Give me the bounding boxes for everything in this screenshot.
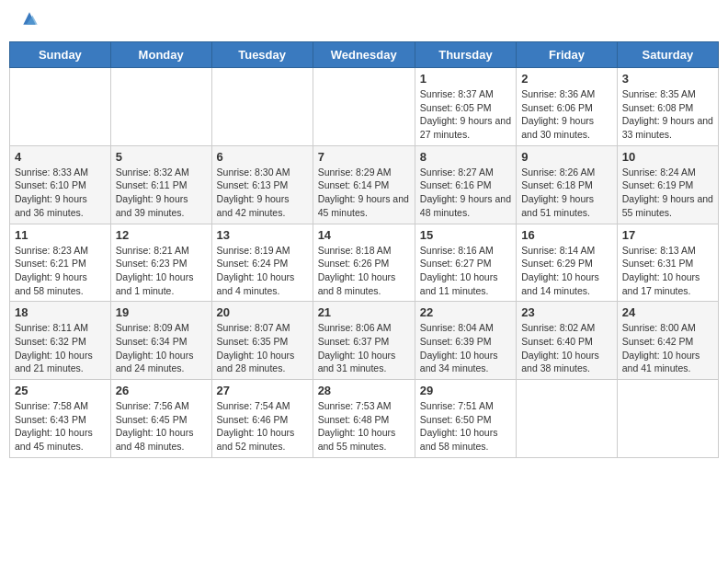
calendar-cell: 21Sunrise: 8:06 AM Sunset: 6:37 PM Dayli… <box>313 302 415 380</box>
weekday-header-thursday: Thursday <box>415 42 516 68</box>
day-number: 21 <box>318 305 410 319</box>
day-number: 23 <box>521 305 612 319</box>
day-info: Sunrise: 8:06 AM Sunset: 6:37 PM Dayligh… <box>318 321 410 375</box>
calendar-cell: 26Sunrise: 7:56 AM Sunset: 6:45 PM Dayli… <box>110 380 211 458</box>
day-number: 15 <box>420 228 511 242</box>
calendar-cell: 10Sunrise: 8:24 AM Sunset: 6:19 PM Dayli… <box>617 145 718 224</box>
calendar-cell: 8Sunrise: 8:27 AM Sunset: 6:16 PM Daylig… <box>415 145 516 224</box>
day-number: 14 <box>318 228 410 242</box>
day-info: Sunrise: 7:58 AM Sunset: 6:43 PM Dayligh… <box>15 399 106 454</box>
day-number: 10 <box>622 150 713 164</box>
day-info: Sunrise: 8:27 AM Sunset: 6:16 PM Dayligh… <box>420 166 511 220</box>
day-number: 6 <box>217 150 308 164</box>
day-number: 12 <box>116 228 207 242</box>
calendar-cell: 5Sunrise: 8:32 AM Sunset: 6:11 PM Daylig… <box>110 145 211 224</box>
calendar-week-row: 25Sunrise: 7:58 AM Sunset: 6:43 PM Dayli… <box>10 380 719 458</box>
calendar-cell: 16Sunrise: 8:14 AM Sunset: 6:29 PM Dayli… <box>517 224 618 302</box>
day-info: Sunrise: 8:36 AM Sunset: 6:06 PM Dayligh… <box>521 87 612 142</box>
day-info: Sunrise: 8:26 AM Sunset: 6:18 PM Dayligh… <box>521 166 612 220</box>
day-number: 16 <box>521 228 612 242</box>
day-number: 17 <box>622 228 713 242</box>
weekday-header-monday: Monday <box>110 42 211 68</box>
calendar-cell <box>211 68 313 146</box>
calendar-cell: 20Sunrise: 8:07 AM Sunset: 6:35 PM Dayli… <box>211 302 313 380</box>
day-number: 25 <box>15 384 106 397</box>
day-info: Sunrise: 8:24 AM Sunset: 6:19 PM Dayligh… <box>622 166 713 220</box>
day-info: Sunrise: 8:16 AM Sunset: 6:27 PM Dayligh… <box>420 244 511 298</box>
calendar-cell <box>313 68 415 146</box>
day-info: Sunrise: 8:18 AM Sunset: 6:26 PM Dayligh… <box>318 244 410 298</box>
calendar-cell: 17Sunrise: 8:13 AM Sunset: 6:31 PM Dayli… <box>617 224 718 302</box>
day-info: Sunrise: 7:56 AM Sunset: 6:45 PM Dayligh… <box>116 399 207 454</box>
day-number: 4 <box>15 150 106 164</box>
calendar-cell: 14Sunrise: 8:18 AM Sunset: 6:26 PM Dayli… <box>313 224 415 302</box>
day-info: Sunrise: 8:23 AM Sunset: 6:21 PM Dayligh… <box>15 244 106 298</box>
calendar-cell <box>517 380 618 458</box>
day-info: Sunrise: 8:02 AM Sunset: 6:40 PM Dayligh… <box>521 321 612 375</box>
day-number: 9 <box>521 150 612 164</box>
logo <box>18 14 39 28</box>
calendar-week-row: 1Sunrise: 8:37 AM Sunset: 6:05 PM Daylig… <box>10 68 719 146</box>
calendar-cell: 9Sunrise: 8:26 AM Sunset: 6:18 PM Daylig… <box>517 145 618 224</box>
day-number: 7 <box>318 150 410 164</box>
calendar-cell: 4Sunrise: 8:33 AM Sunset: 6:10 PM Daylig… <box>10 145 111 224</box>
weekday-header-row: SundayMondayTuesdayWednesdayThursdayFrid… <box>10 42 719 68</box>
calendar-cell: 24Sunrise: 8:00 AM Sunset: 6:42 PM Dayli… <box>617 302 718 380</box>
calendar-cell: 6Sunrise: 8:30 AM Sunset: 6:13 PM Daylig… <box>211 145 313 224</box>
calendar-cell: 19Sunrise: 8:09 AM Sunset: 6:34 PM Dayli… <box>110 302 211 380</box>
calendar-cell: 7Sunrise: 8:29 AM Sunset: 6:14 PM Daylig… <box>313 145 415 224</box>
day-number: 27 <box>217 384 308 397</box>
calendar-table: SundayMondayTuesdayWednesdayThursdayFrid… <box>9 41 719 458</box>
logo-icon <box>20 9 39 28</box>
calendar-cell: 28Sunrise: 7:53 AM Sunset: 6:48 PM Dayli… <box>313 380 415 458</box>
weekday-header-saturday: Saturday <box>617 42 718 68</box>
day-number: 28 <box>318 384 410 397</box>
calendar-week-row: 11Sunrise: 8:23 AM Sunset: 6:21 PM Dayli… <box>10 224 719 302</box>
calendar-cell: 2Sunrise: 8:36 AM Sunset: 6:06 PM Daylig… <box>517 68 618 146</box>
day-number: 11 <box>15 228 106 242</box>
day-number: 24 <box>622 305 713 319</box>
day-info: Sunrise: 8:13 AM Sunset: 6:31 PM Dayligh… <box>622 244 713 298</box>
day-info: Sunrise: 8:04 AM Sunset: 6:39 PM Dayligh… <box>420 321 511 375</box>
calendar-cell: 3Sunrise: 8:35 AM Sunset: 6:08 PM Daylig… <box>617 68 718 146</box>
day-number: 22 <box>420 305 511 319</box>
day-number: 2 <box>521 72 612 86</box>
day-info: Sunrise: 8:29 AM Sunset: 6:14 PM Dayligh… <box>318 166 410 220</box>
calendar-cell: 27Sunrise: 7:54 AM Sunset: 6:46 PM Dayli… <box>211 380 313 458</box>
day-info: Sunrise: 8:32 AM Sunset: 6:11 PM Dayligh… <box>116 166 207 220</box>
day-number: 13 <box>217 228 308 242</box>
day-info: Sunrise: 8:14 AM Sunset: 6:29 PM Dayligh… <box>521 244 612 298</box>
calendar-week-row: 18Sunrise: 8:11 AM Sunset: 6:32 PM Dayli… <box>10 302 719 380</box>
calendar-cell: 18Sunrise: 8:11 AM Sunset: 6:32 PM Dayli… <box>10 302 111 380</box>
day-number: 1 <box>420 72 511 86</box>
calendar-cell: 11Sunrise: 8:23 AM Sunset: 6:21 PM Dayli… <box>10 224 111 302</box>
weekday-header-wednesday: Wednesday <box>313 42 415 68</box>
calendar-cell: 22Sunrise: 8:04 AM Sunset: 6:39 PM Dayli… <box>415 302 516 380</box>
day-info: Sunrise: 8:07 AM Sunset: 6:35 PM Dayligh… <box>217 321 308 375</box>
calendar-cell: 29Sunrise: 7:51 AM Sunset: 6:50 PM Dayli… <box>415 380 516 458</box>
weekday-header-sunday: Sunday <box>10 42 111 68</box>
day-info: Sunrise: 8:19 AM Sunset: 6:24 PM Dayligh… <box>217 244 308 298</box>
calendar-cell: 15Sunrise: 8:16 AM Sunset: 6:27 PM Dayli… <box>415 224 516 302</box>
calendar-week-row: 4Sunrise: 8:33 AM Sunset: 6:10 PM Daylig… <box>10 145 719 224</box>
day-number: 8 <box>420 150 511 164</box>
day-info: Sunrise: 8:09 AM Sunset: 6:34 PM Dayligh… <box>116 321 207 375</box>
day-number: 5 <box>116 150 207 164</box>
day-info: Sunrise: 8:00 AM Sunset: 6:42 PM Dayligh… <box>622 321 713 375</box>
calendar-cell: 25Sunrise: 7:58 AM Sunset: 6:43 PM Dayli… <box>10 380 111 458</box>
day-info: Sunrise: 8:37 AM Sunset: 6:05 PM Dayligh… <box>420 87 511 142</box>
day-number: 19 <box>116 305 207 319</box>
day-info: Sunrise: 8:33 AM Sunset: 6:10 PM Dayligh… <box>15 166 106 220</box>
day-info: Sunrise: 8:30 AM Sunset: 6:13 PM Dayligh… <box>217 166 308 220</box>
day-info: Sunrise: 7:51 AM Sunset: 6:50 PM Dayligh… <box>420 399 511 454</box>
day-info: Sunrise: 8:21 AM Sunset: 6:23 PM Dayligh… <box>116 244 207 298</box>
weekday-header-tuesday: Tuesday <box>211 42 313 68</box>
calendar-cell <box>617 380 718 458</box>
day-number: 29 <box>420 384 511 397</box>
day-number: 26 <box>116 384 207 397</box>
calendar-cell: 23Sunrise: 8:02 AM Sunset: 6:40 PM Dayli… <box>517 302 618 380</box>
day-info: Sunrise: 8:11 AM Sunset: 6:32 PM Dayligh… <box>15 321 106 375</box>
day-number: 20 <box>217 305 308 319</box>
weekday-header-friday: Friday <box>517 42 618 68</box>
calendar-cell: 1Sunrise: 8:37 AM Sunset: 6:05 PM Daylig… <box>415 68 516 146</box>
